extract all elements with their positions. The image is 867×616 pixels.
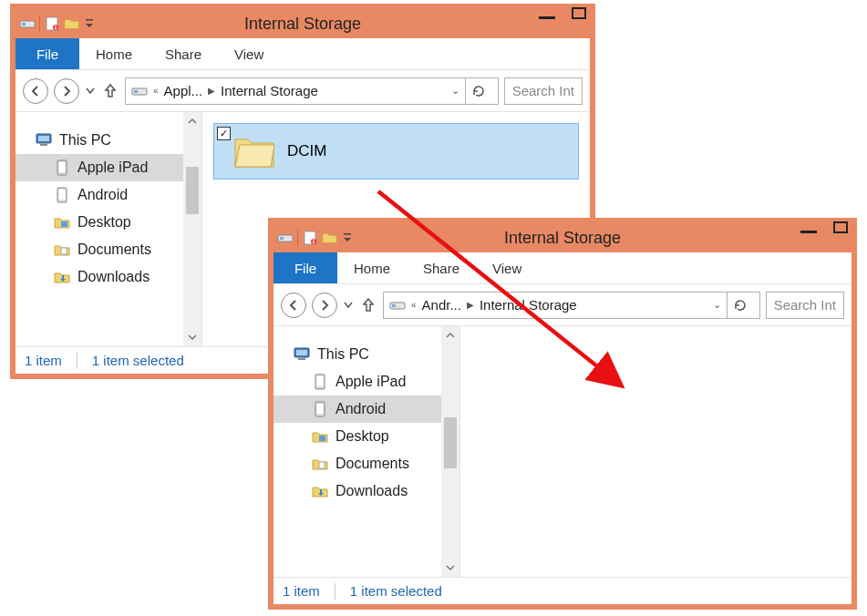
back-button[interactable] <box>281 293 306 318</box>
forward-button[interactable] <box>312 293 337 318</box>
drive-icon <box>389 297 406 313</box>
sidebar-item-this-pc[interactable]: This PC <box>274 341 441 368</box>
sidebar-item-label: This PC <box>59 132 111 149</box>
maximize-button[interactable] <box>833 221 848 233</box>
maximize-button[interactable] <box>572 7 586 19</box>
svg-rect-19 <box>280 237 284 240</box>
folder-icon <box>232 132 276 170</box>
file-tab[interactable]: File <box>15 38 79 69</box>
scroll-thumb[interactable] <box>186 167 199 214</box>
minimize-button[interactable] <box>800 231 817 233</box>
back-button[interactable] <box>23 78 48 104</box>
status-item-count: 1 item <box>25 353 62 368</box>
history-dropdown[interactable] <box>343 302 354 309</box>
share-tab[interactable]: Share <box>149 38 218 69</box>
sidebar-item-label: Downloads <box>335 483 408 499</box>
titlebar[interactable]: Internal Storage <box>274 223 852 252</box>
folder-checkbox[interactable]: ✓ <box>217 127 231 140</box>
svg-rect-8 <box>134 90 138 93</box>
share-tab[interactable]: Share <box>407 252 476 283</box>
sidebar-item-label: Desktop <box>335 428 389 445</box>
up-button[interactable] <box>101 83 119 99</box>
file-content-pane[interactable] <box>460 326 852 577</box>
history-dropdown[interactable] <box>85 87 96 95</box>
file-tab[interactable]: File <box>274 252 337 283</box>
breadcrumb-item[interactable]: Appl... <box>164 83 203 98</box>
scroll-down-icon[interactable] <box>183 328 201 346</box>
navigation-bar: « Andr... ▶ Internal Storage ⌄ Search In… <box>274 284 852 326</box>
view-tab[interactable]: View <box>218 38 280 69</box>
chevron-down-icon[interactable]: ⌄ <box>451 85 459 97</box>
properties-icon[interactable] <box>44 15 60 32</box>
svg-rect-34 <box>319 436 325 441</box>
chevron-down-icon[interactable]: ⌄ <box>713 299 721 311</box>
refresh-button[interactable] <box>727 292 754 319</box>
sidebar-scrollbar[interactable] <box>183 112 201 346</box>
navigation-bar: « Appl... ▶ Internal Storage ⌄ Search In… <box>15 70 590 112</box>
sidebar-item-android[interactable]: Android <box>274 395 441 423</box>
minimize-button[interactable] <box>539 16 555 19</box>
svg-rect-28 <box>296 350 307 355</box>
sidebar-item-desktop[interactable]: Desktop <box>274 423 441 450</box>
properties-icon[interactable] <box>302 230 318 246</box>
qat-dropdown-icon[interactable] <box>84 15 95 32</box>
address-bar[interactable]: « Andr... ▶ Internal Storage ⌄ <box>383 292 760 319</box>
scroll-thumb[interactable] <box>444 417 457 468</box>
device-icon <box>54 187 70 203</box>
svg-rect-23 <box>313 241 315 243</box>
window-title: Internal Storage <box>15 15 590 34</box>
ribbon-tabs: File Home Share View <box>274 252 852 284</box>
computer-icon <box>294 346 310 363</box>
folder-icon <box>312 483 328 499</box>
sidebar-item-label: Documents <box>335 456 409 472</box>
home-tab[interactable]: Home <box>79 38 149 69</box>
scroll-up-icon[interactable] <box>441 326 459 344</box>
new-folder-icon[interactable] <box>64 15 80 32</box>
svg-rect-33 <box>317 404 324 414</box>
sidebar-item-label: Desktop <box>77 214 131 231</box>
refresh-button[interactable] <box>465 77 492 105</box>
svg-rect-29 <box>298 358 305 360</box>
scroll-down-icon[interactable] <box>441 559 459 577</box>
breadcrumb-item[interactable]: Internal Storage <box>480 297 577 313</box>
search-input[interactable]: Search Int <box>766 292 844 319</box>
folder-label: DCIM <box>287 142 326 160</box>
svg-rect-24 <box>344 233 351 235</box>
sidebar-item-desktop[interactable]: Desktop <box>15 209 183 236</box>
sidebar-item-documents[interactable]: Documents <box>15 236 183 263</box>
home-tab[interactable]: Home <box>337 252 407 283</box>
svg-rect-4 <box>55 26 57 26</box>
scroll-up-icon[interactable] <box>183 112 201 130</box>
folder-item-dcim[interactable]: ✓ DCIM <box>213 123 579 180</box>
drive-icon <box>277 230 294 246</box>
new-folder-icon[interactable] <box>322 230 338 246</box>
sidebar-item-documents[interactable]: Documents <box>274 450 441 477</box>
quick-access-toolbar <box>15 15 95 32</box>
search-input[interactable]: Search Int <box>504 77 583 105</box>
breadcrumb-item[interactable]: Andr... <box>422 297 461 313</box>
chevron-right-icon: ▶ <box>467 300 474 310</box>
address-bar[interactable]: « Appl... ▶ Internal Storage ⌄ <box>125 77 499 105</box>
svg-rect-16 <box>61 221 67 227</box>
sidebar-item-this-pc[interactable]: This PC <box>15 127 183 154</box>
svg-rect-5 <box>55 27 57 29</box>
sidebar-item-downloads[interactable]: Downloads <box>274 477 441 505</box>
titlebar[interactable]: Internal Storage <box>15 9 590 38</box>
status-bar: 1 item 1 item selected <box>274 577 852 604</box>
sidebar-item-android[interactable]: Android <box>15 181 183 209</box>
qat-dropdown-icon[interactable] <box>342 230 353 246</box>
sidebar-item-downloads[interactable]: Downloads <box>15 263 183 291</box>
sidebar-scrollbar[interactable] <box>441 326 459 577</box>
sidebar-item-apple-ipad[interactable]: Apple iPad <box>274 368 441 395</box>
sidebar-item-label: Apple iPad <box>335 374 406 390</box>
navigation-pane: This PC Apple iPad Android Desktop <box>15 112 202 346</box>
sidebar-item-apple-ipad[interactable]: Apple iPad <box>15 154 183 181</box>
breadcrumb-item[interactable]: Internal Storage <box>221 83 318 98</box>
status-item-count: 1 item <box>283 583 320 599</box>
svg-rect-13 <box>59 162 66 172</box>
forward-button[interactable] <box>54 78 79 104</box>
view-tab[interactable]: View <box>476 252 538 283</box>
sidebar-item-label: This PC <box>317 346 369 363</box>
svg-rect-26 <box>392 304 396 307</box>
up-button[interactable] <box>359 297 377 313</box>
